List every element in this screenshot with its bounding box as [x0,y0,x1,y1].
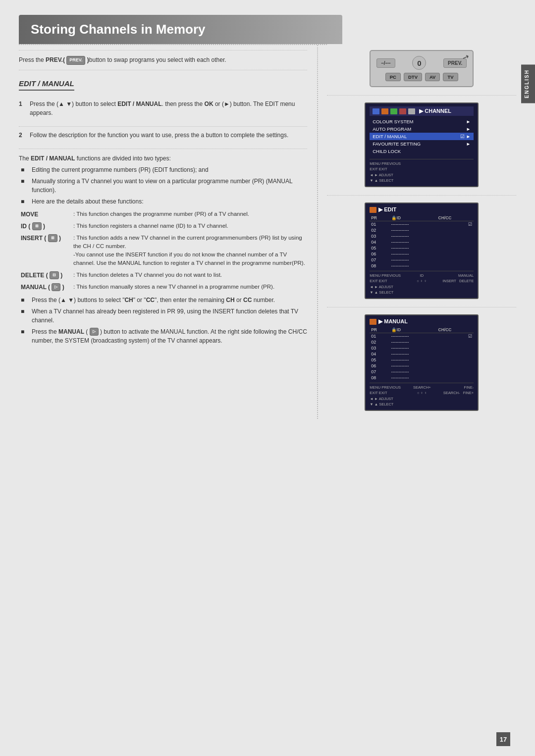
side-tab: ENGLISH [521,64,535,103]
menu-item-fav: FAVOURITE SETTING► [370,140,474,148]
page-number: 17 [496,732,510,746]
manual-screen-section: ▶ MANUAL PR 🔒ID CH/CC 01 [327,314,516,419]
edit-screen-footer: MENU PREVIOUS EXIT EXIT ◄ ► ADJUST ▼ ▲ S… [370,271,474,295]
functions-table: MOVE : This function changes the program… [21,210,307,292]
func-id: ID ( ⊞ ) : This function registers a cha… [21,222,307,231]
manual-col-pr: PR [370,327,389,333]
manual-label: ▶ MANUAL [378,318,408,325]
ch-icon-4 [399,108,406,114]
manual-screen-footer: MENU PREVIOUS EXIT EXIT ◄ ► ADJUST ▼ ▲ S… [370,383,474,407]
edit-row-02: 02------------ [370,227,474,233]
edit-col-ch: CH/CC [437,215,474,221]
section-heading: EDIT / MANUAL [19,79,74,91]
dtv-btn: DTV [404,73,422,81]
edit-col-id: 🔒ID [390,215,437,221]
func-move: MOVE : This function changes the program… [21,210,307,219]
bullet-3: ■ Here are the details about these funct… [19,197,307,206]
channel-menu-section: ▶ CHANNEL COLOUR SYSTEM► AUTO PROGRAM► [327,102,516,196]
func-insert: INSERT ( ⊞ ) : This function adds a new … [21,234,307,268]
edit-row-01: 01------------☑ [370,221,474,228]
av-btn: AV [425,73,440,81]
pc-btn: PC [385,73,401,81]
manual-screen-title: ▶ MANUAL [370,318,474,325]
page-title: Storing Channels in Memory [19,15,342,44]
ch-icon-3 [390,108,397,114]
manual-icon [370,319,376,325]
edit-col-pr: PR [370,215,389,221]
bullet-2: ■ Manually storing a TV channel you want… [19,177,307,195]
ch-icon-1 [373,108,379,114]
edit-row-06: 06------------ [370,251,474,257]
tv-btn: TV [443,73,458,81]
edit-row-05: 05------------ [370,245,474,251]
channel-menu-footer: MENU PREVIOUS EXIT EXIT ◄ ► ADJUST ▼ ▲ S… [370,159,474,183]
edit-screen-title: ▶ EDIT [370,206,474,213]
channel-menu-title: ▶ CHANNEL [370,106,474,116]
channel-menu-label: ▶ CHANNEL [419,108,451,114]
zero-btn: 0 [412,56,426,70]
step-2: 2 Follow the description for the functio… [19,131,307,140]
manual-table-body: 01------------☑ 02------------ 03-------… [370,333,474,381]
manual-row-06: 06------------ [370,363,474,369]
manual-btn-inline: ▷ [90,328,99,336]
edit-row-03: 03------------ [370,233,474,239]
manual-btn-icon: ▷ [52,283,60,291]
intro-text: Press the PREV.( PREV. )button to swap p… [19,55,307,65]
manual-row-08: 08------------ [370,375,474,381]
extra-bullet-2: ■ When a TV channel has already been reg… [19,307,307,325]
channel-menu-items: COLOUR SYSTEM► AUTO PROGRAM► EDIT / MANU… [370,118,474,155]
edit-icon [370,207,376,213]
edit-manual-desc: The EDIT / MANUAL functions are divided … [19,154,307,163]
cursor-arrow-icon: ↗ [461,51,470,62]
two-column-layout: Press the PREV.( PREV. )button to swap p… [19,45,516,419]
extra-bullet-1: ■ Press the (▲ ▼) buttons to select "CH"… [19,296,307,304]
id-btn-icon: ⊞ [32,222,42,230]
edit-row-08: 08------------ [370,263,474,269]
manual-row-02: 02------------ [370,339,474,345]
left-column: Press the PREV.( PREV. )button to swap p… [19,45,317,419]
manual-row-01: 01------------☑ [370,333,474,340]
manual-row-07: 07------------ [370,369,474,375]
menu-item-colour: COLOUR SYSTEM► [370,118,474,125]
func-delete: DELETE ( ⊟ ) : This function deletes a T… [21,271,307,280]
source-buttons: PC DTV AV TV [376,73,467,81]
manual-table: PR 🔒ID CH/CC 01------------☑ 02---------… [370,327,474,381]
edit-row-04: 04------------ [370,239,474,245]
menu-item-auto: AUTO PROGRAM► [370,125,474,133]
delete-btn-icon: ⊟ [50,271,59,279]
manual-row-04: 04------------ [370,351,474,357]
manual-row-03: 03------------ [370,345,474,351]
func-manual: MANUAL ( ▷ ) : This function manually st… [21,283,307,292]
manual-col-ch: CH/CC [437,327,474,333]
edit-table: PR 🔒ID CH/CC 01------------☑ 02---------… [370,215,474,269]
edit-table-body: 01------------☑ 02------------ 03-------… [370,221,474,269]
manual-col-id: 🔒ID [390,327,437,333]
ch-icon-5 [408,108,415,114]
bullet-1: ■ Editing the current programme numbers … [19,165,307,174]
edit-label: ▶ EDIT [378,206,396,213]
content-area: Storing Channels in Memory Press the PRE… [0,0,535,756]
remote-section: –/–– 0 PREV. ↗ PC DTV AV [327,50,516,96]
edit-row-07: 07------------ [370,257,474,263]
step-1: 1 Press the (▲ ▼) button to select EDIT … [19,100,307,117]
extra-bullet-3: ■ Press the MANUAL ( ▷ ) button to activ… [19,327,307,345]
menu-item-child: CHILD LOCK [370,148,474,155]
page: ENGLISH 17 Storing Channels in Memory Pr… [0,0,535,756]
dash-btn: –/–– [376,58,395,68]
edit-screen-section: ▶ EDIT PR 🔒ID CH/CC 01-- [327,202,516,307]
right-column: –/–– 0 PREV. ↗ PC DTV AV [317,45,516,419]
ch-icon-2 [381,108,388,114]
manual-row-05: 05------------ [370,357,474,363]
insert-btn-icon: ⊞ [48,234,57,242]
prev-btn-inline: PREV. [66,56,85,65]
menu-item-edit-selected: EDIT / MANUAL☑ ► [370,133,474,140]
